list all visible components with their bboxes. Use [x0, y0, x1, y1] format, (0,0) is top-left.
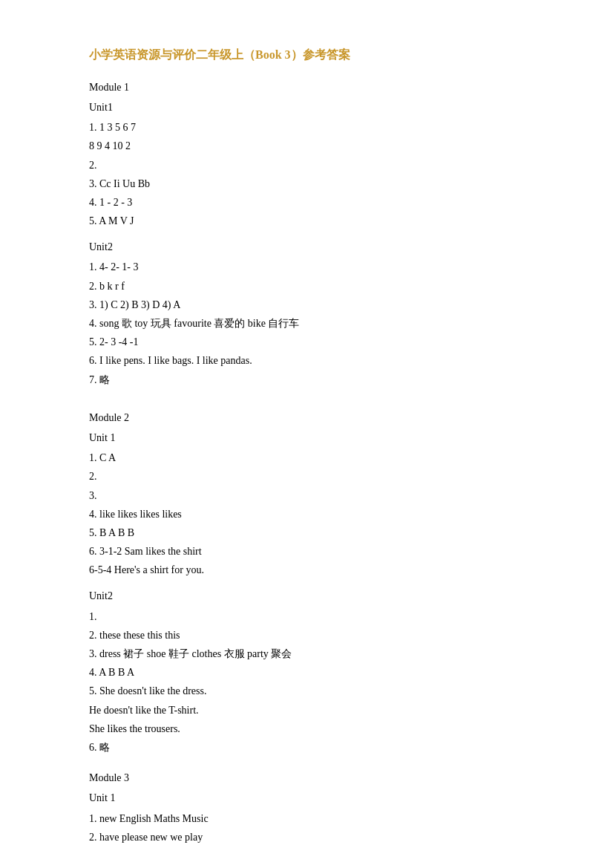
- line-33: 5. She doesn't like the dress.: [89, 682, 554, 700]
- line-16: 7. 略: [89, 371, 554, 389]
- page-title: 小学英语资源与评价二年级上（Book 3）参考答案: [89, 45, 554, 66]
- line-35: She likes the trousers.: [89, 719, 554, 738]
- line-4: 2.: [89, 156, 554, 174]
- line-21: 2.: [89, 467, 554, 486]
- line-2: 1. 1 3 5 6 7: [89, 118, 554, 137]
- line-15: 6. I like pens. I like bags. I like pand…: [89, 351, 554, 370]
- line-39: 1. new English Maths Music: [89, 809, 554, 828]
- line-25: 6. 3-1-2 Sam likes the shirt: [89, 542, 554, 561]
- module-title-37: Module 3: [89, 769, 554, 787]
- spacer-27: [89, 579, 554, 587]
- spacer-17: [89, 389, 554, 397]
- line-10: 1. 4- 2- 1- 3: [89, 258, 554, 276]
- line-20: 1. C A: [89, 448, 554, 467]
- line-30: 2. these these this this: [89, 626, 554, 645]
- line-36: 6. 略: [89, 738, 554, 757]
- line-32: 4. A B B A: [89, 663, 554, 682]
- line-26: 6-5-4 Here's a shirt for you.: [89, 561, 554, 579]
- line-14: 5. 2- 3 -4 -1: [89, 333, 554, 351]
- spacer-8: [89, 230, 554, 238]
- line-6: 4. 1 - 2 - 3: [89, 193, 554, 212]
- module-title-18: Module 2: [89, 408, 554, 427]
- line-3: 8 9 4 10 2: [89, 137, 554, 155]
- line-13: 4. song 歌 toy 玩具 favourite 喜爱的 bike 自行车: [89, 314, 554, 333]
- line-29: 1.: [89, 607, 554, 626]
- unit-title-1: Unit1: [89, 98, 554, 117]
- content-area: Module 1Unit11. 1 3 5 6 78 9 4 10 22. 3.…: [89, 78, 554, 846]
- line-12: 3. 1) C 2) B 3) D 4) A: [89, 296, 554, 314]
- line-11: 2. b k r f: [89, 277, 554, 296]
- line-34: He doesn't like the T-shirt.: [89, 701, 554, 719]
- line-31: 3. dress 裙子 shoe 鞋子 clothes 衣服 party 聚会: [89, 645, 554, 663]
- unit-title-38: Unit 1: [89, 789, 554, 807]
- line-23: 4. like likes likes likes: [89, 505, 554, 523]
- line-24: 5. B A B B: [89, 523, 554, 542]
- unit-title-19: Unit 1: [89, 428, 554, 447]
- page-container: 小学英语资源与评价二年级上（Book 3）参考答案 Module 1Unit11…: [89, 45, 554, 846]
- line-40: 2. have please new we play: [89, 828, 554, 846]
- line-5: 3. Cc Ii Uu Bb: [89, 174, 554, 193]
- line-22: 3.: [89, 486, 554, 505]
- line-7: 5. A M V J: [89, 212, 554, 230]
- module-title-0: Module 1: [89, 78, 554, 97]
- unit-title-9: Unit2: [89, 238, 554, 256]
- unit-title-28: Unit2: [89, 587, 554, 605]
